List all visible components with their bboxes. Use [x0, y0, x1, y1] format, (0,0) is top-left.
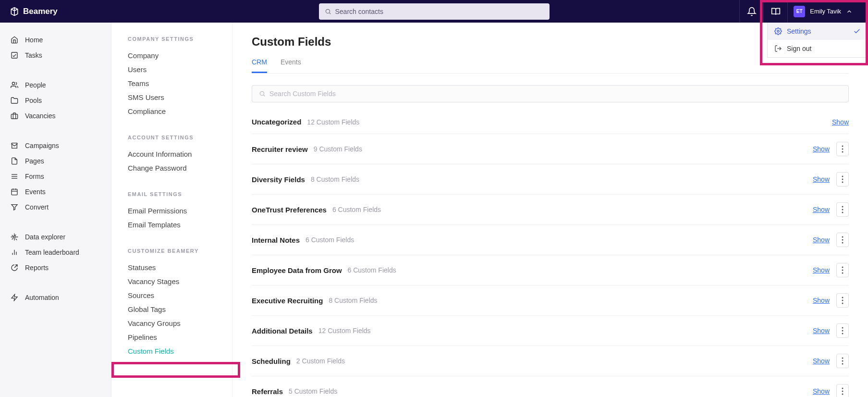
more-options-button[interactable]	[836, 142, 849, 156]
primary-nav-events[interactable]: Events	[0, 184, 111, 199]
primary-nav-label: Events	[25, 188, 46, 196]
svg-point-46	[842, 388, 844, 389]
svg-rect-4	[12, 52, 17, 58]
primary-nav-label: Tasks	[25, 51, 42, 59]
show-link[interactable]: Show	[832, 118, 849, 126]
more-options-button[interactable]	[836, 202, 849, 217]
settings-item-vacancy-groups[interactable]: Vacancy Groups	[128, 316, 218, 330]
category-name: Internal Notes	[252, 236, 300, 244]
settings-item-sms-users[interactable]: SMS Users	[128, 90, 218, 104]
settings-item-teams[interactable]: Teams	[128, 76, 218, 90]
automation-icon	[11, 294, 18, 301]
category-actions: Show	[813, 172, 849, 186]
svg-point-2	[777, 30, 779, 32]
primary-nav-reports[interactable]: Reports	[0, 260, 111, 275]
primary-nav-team-leaderboard[interactable]: Team leaderboard	[0, 245, 111, 260]
notifications-button[interactable]	[739, 0, 763, 23]
svg-point-35	[842, 270, 844, 271]
custom-field-category-row: OneTrust Preferences6 Custom FieldsShow	[252, 195, 849, 225]
primary-nav-pages[interactable]: Pages	[0, 153, 111, 169]
brand-logo[interactable]: Beamery	[10, 7, 58, 16]
show-link[interactable]: Show	[813, 266, 830, 274]
settings-item-change-password[interactable]: Change Password	[128, 161, 218, 175]
svg-point-41	[842, 330, 844, 332]
kebab-icon	[842, 236, 844, 244]
category-count: 9 Custom Fields	[314, 145, 362, 153]
settings-item-global-tags[interactable]: Global Tags	[128, 302, 218, 316]
global-search[interactable]	[319, 3, 550, 20]
help-button[interactable]	[763, 0, 787, 23]
show-link[interactable]: Show	[813, 357, 830, 365]
show-link[interactable]: Show	[813, 145, 830, 153]
category-name: OneTrust Preferences	[252, 206, 327, 214]
more-options-button[interactable]	[836, 354, 849, 368]
settings-item-pipelines[interactable]: Pipelines	[128, 330, 218, 344]
brand-name: Beamery	[23, 7, 58, 16]
tab-crm[interactable]: CRM	[252, 58, 267, 73]
settings-item-statuses[interactable]: Statuses	[128, 261, 218, 274]
svg-line-21	[264, 95, 265, 97]
kebab-icon	[842, 266, 844, 274]
more-options-button[interactable]	[836, 233, 849, 247]
category-count: 6 Custom Fields	[348, 266, 396, 274]
global-search-input[interactable]	[335, 8, 544, 15]
primary-nav-convert[interactable]: Convert	[0, 199, 111, 215]
category-name: Additional Details	[252, 327, 313, 335]
user-menu-settings[interactable]: Settings	[768, 23, 868, 40]
pages-icon	[11, 157, 18, 165]
user-menu-signout[interactable]: Sign out	[768, 40, 868, 57]
people-icon	[11, 81, 18, 89]
primary-nav-automation[interactable]: Automation	[0, 290, 111, 305]
custom-fields-search[interactable]	[252, 85, 849, 102]
primary-nav-forms[interactable]: Forms	[0, 169, 111, 184]
settings-item-email-templates[interactable]: Email Templates	[128, 218, 218, 232]
show-link[interactable]: Show	[813, 297, 830, 304]
custom-field-category-row: Diversity Fields8 Custom FieldsShow	[252, 164, 849, 195]
forms-icon	[11, 173, 18, 180]
more-options-button[interactable]	[836, 384, 849, 397]
more-options-button[interactable]	[836, 172, 849, 186]
primary-nav-label: Convert	[25, 203, 49, 211]
svg-point-37	[842, 297, 844, 298]
primary-nav-data-explorer[interactable]: Data explorer	[0, 229, 111, 245]
kebab-icon	[842, 145, 844, 153]
svg-point-27	[842, 182, 844, 183]
more-options-button[interactable]	[836, 323, 849, 338]
more-options-button[interactable]	[836, 293, 849, 308]
show-link[interactable]: Show	[813, 387, 830, 395]
svg-point-45	[842, 363, 844, 365]
primary-nav-pools[interactable]: Pools	[0, 93, 111, 108]
custom-field-category-row: Executive Recruiting8 Custom FieldsShow	[252, 285, 849, 316]
primary-nav-label: Data explorer	[25, 233, 65, 241]
svg-point-5	[12, 82, 14, 85]
tabs: CRM Events	[252, 58, 849, 74]
settings-item-custom-fields[interactable]: Custom Fields	[128, 344, 218, 358]
main-header: Custom Fields Create	[252, 35, 849, 51]
settings-item-users[interactable]: Users	[128, 62, 218, 76]
primary-nav-people[interactable]: People	[0, 77, 111, 93]
settings-item-email-permissions[interactable]: Email Permissions	[128, 204, 218, 218]
tab-events[interactable]: Events	[281, 58, 301, 73]
settings-item-compliance[interactable]: Compliance	[128, 104, 218, 118]
primary-nav-label: Pools	[25, 97, 42, 104]
show-link[interactable]: Show	[813, 236, 830, 244]
custom-fields-search-input[interactable]	[269, 90, 842, 98]
main-content: Custom Fields Create CRM Events Uncatego…	[232, 23, 868, 397]
more-options-button[interactable]	[836, 263, 849, 277]
primary-nav-home[interactable]: Home	[0, 32, 111, 48]
primary-nav-vacancies[interactable]: Vacancies	[0, 108, 111, 124]
primary-nav-campaigns[interactable]: Campaigns	[0, 138, 111, 153]
category-name: Employee Data from Grow	[252, 266, 342, 274]
settings-item-vacancy-stages[interactable]: Vacancy Stages	[128, 274, 218, 288]
settings-item-company[interactable]: Company	[128, 49, 218, 62]
show-link[interactable]: Show	[813, 175, 830, 183]
show-link[interactable]: Show	[813, 206, 830, 213]
events-icon	[11, 188, 18, 196]
settings-item-account-information[interactable]: Account Information	[128, 147, 218, 161]
user-menu-trigger[interactable]: ET Emily Tavik	[787, 0, 860, 23]
primary-nav-label: Reports	[25, 264, 49, 272]
show-link[interactable]: Show	[813, 327, 830, 335]
primary-nav-tasks[interactable]: Tasks	[0, 48, 111, 63]
primary-nav: HomeTasksPeoplePoolsVacanciesCampaignsPa…	[0, 23, 111, 397]
settings-item-sources[interactable]: Sources	[128, 288, 218, 302]
